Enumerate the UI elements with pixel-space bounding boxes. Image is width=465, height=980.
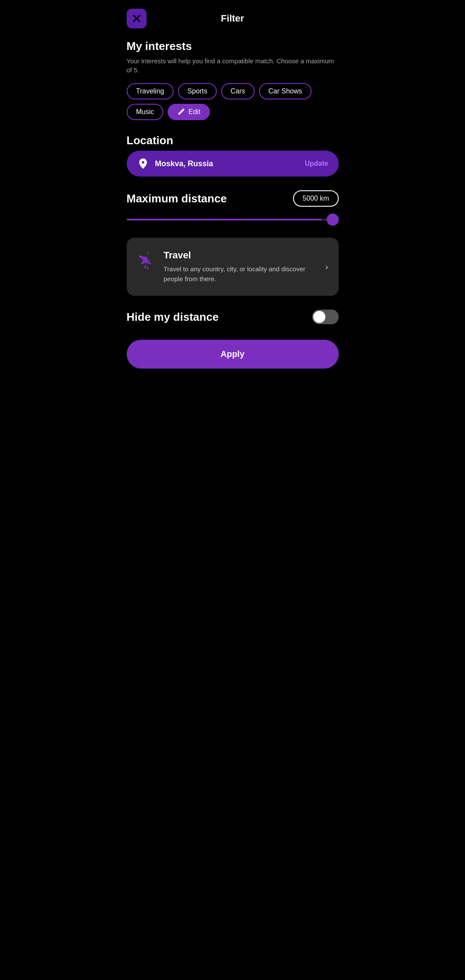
travel-card[interactable]: ✈ Travel Travel to any country, city, or… bbox=[127, 238, 339, 296]
distance-value: 5000 km bbox=[293, 190, 338, 207]
distance-slider-container bbox=[127, 215, 339, 224]
tag-traveling[interactable]: Traveling bbox=[127, 83, 174, 99]
apply-button[interactable]: Apply bbox=[127, 340, 339, 369]
hide-distance-toggle[interactable] bbox=[312, 310, 339, 324]
slider-thumb[interactable] bbox=[327, 214, 339, 226]
tag-cars[interactable]: Cars bbox=[221, 83, 255, 99]
location-left: Moskva, Russia bbox=[137, 158, 213, 170]
edit-label: Edit bbox=[188, 108, 200, 116]
distance-title: Maximum distance bbox=[127, 192, 227, 205]
slider-track bbox=[127, 219, 339, 220]
plane-icon: ✈ bbox=[137, 251, 155, 271]
edit-icon bbox=[177, 108, 185, 116]
page-title: Filter bbox=[221, 13, 244, 24]
slider-dot bbox=[147, 219, 148, 220]
distance-header: Maximum distance 5000 km bbox=[127, 190, 339, 207]
svg-text:✈: ✈ bbox=[142, 254, 150, 266]
location-name: Moskva, Russia bbox=[155, 159, 213, 168]
travel-title: Travel bbox=[164, 250, 317, 261]
slider-dot bbox=[298, 219, 300, 220]
travel-arrow-icon: › bbox=[325, 262, 328, 272]
location-bar[interactable]: Moskva, Russia Update bbox=[127, 151, 339, 177]
interests-section: My interests Your interests will help yo… bbox=[127, 40, 339, 120]
hide-distance-label: Hide my distance bbox=[127, 310, 219, 324]
location-section: Location Moskva, Russia Update bbox=[127, 134, 339, 177]
interests-title: My interests bbox=[127, 40, 339, 53]
distance-section: Maximum distance 5000 km bbox=[127, 190, 339, 224]
slider-dot bbox=[241, 219, 243, 220]
slider-dot bbox=[203, 219, 205, 220]
close-button[interactable] bbox=[127, 9, 147, 28]
slider-dot bbox=[165, 219, 167, 220]
hide-distance-section: Hide my distance bbox=[127, 310, 339, 324]
location-title: Location bbox=[127, 134, 339, 147]
slider-dots bbox=[127, 219, 339, 220]
slider-dot bbox=[128, 219, 129, 220]
tag-sports[interactable]: Sports bbox=[178, 83, 217, 99]
header: Filter bbox=[127, 9, 339, 24]
location-update-button[interactable]: Update bbox=[305, 160, 328, 167]
slider-dot bbox=[222, 219, 224, 220]
travel-content: Travel Travel to any country, city, or l… bbox=[164, 250, 317, 284]
location-pin-icon bbox=[137, 158, 149, 170]
interests-tags: Traveling Sports Cars Car Shows Music Ed… bbox=[127, 83, 339, 120]
slider-dot bbox=[260, 219, 262, 220]
edit-interests-button[interactable]: Edit bbox=[168, 104, 210, 120]
tag-car-shows[interactable]: Car Shows bbox=[259, 83, 312, 99]
slider-dot bbox=[184, 219, 186, 220]
close-icon bbox=[133, 15, 140, 22]
slider-dot bbox=[279, 219, 281, 220]
travel-description: Travel to any country, city, or locality… bbox=[164, 264, 317, 284]
tag-music[interactable]: Music bbox=[127, 104, 164, 120]
interests-subtitle: Your interests will help you find a comp… bbox=[127, 56, 339, 74]
toggle-knob bbox=[313, 311, 325, 323]
slider-dot bbox=[317, 219, 319, 220]
